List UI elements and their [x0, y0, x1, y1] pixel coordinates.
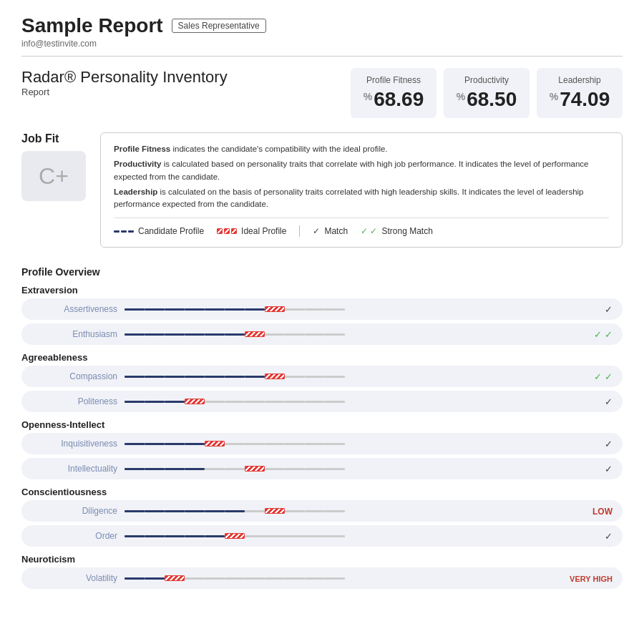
- email-text: info@testinvite.com: [21, 39, 623, 49]
- legend-candidate-label: Candidate Profile: [138, 226, 204, 236]
- gray-dash: [245, 577, 265, 580]
- gray-dash: [305, 333, 325, 336]
- bar-container-2-0: [125, 438, 555, 449]
- candidate-dash: [185, 308, 205, 311]
- candidate-dash: [165, 308, 185, 311]
- gray-dash: [285, 535, 305, 537]
- bar-container-4-0: [125, 572, 555, 584]
- metric-value-2: % 74.09: [548, 88, 611, 111]
- section-label-4: Neuroticism: [21, 554, 623, 565]
- gray-dash: [265, 443, 285, 445]
- gray-dash: [285, 510, 305, 512]
- candidate-dash: [145, 333, 165, 336]
- candidate-dash: [125, 577, 145, 580]
- candidate-dash: [145, 308, 165, 311]
- job-fit-label: Job Fit: [21, 132, 59, 145]
- trait-row-0-0: Assertiveness✓: [21, 298, 623, 320]
- trait-name-2-0: Inquisitiveness: [31, 439, 125, 449]
- trait-row-2-1: Intellectuality✓: [21, 458, 623, 479]
- match-indicator-2-1: ✓: [562, 464, 613, 474]
- ideal-dash: [265, 508, 285, 514]
- gray-dash: [285, 577, 305, 580]
- gray-dash: [305, 308, 325, 311]
- ideal-dash: [245, 466, 265, 472]
- candidate-dash: [145, 510, 165, 512]
- candidate-dash: [125, 468, 145, 470]
- ideal-dash: [225, 533, 245, 539]
- candidate-dash: [185, 510, 205, 512]
- candidate-dash: [165, 443, 185, 445]
- gray-dash: [265, 401, 285, 403]
- legend-match-label: Match: [324, 226, 348, 236]
- trait-name-3-1: Order: [31, 531, 125, 541]
- gray-dash: [305, 401, 325, 403]
- role-badge: Sales Representative: [172, 19, 266, 33]
- section-label-3: Conscientiousness: [21, 487, 623, 497]
- metric-value-1: % 68.50: [455, 88, 518, 111]
- candidate-dash: [185, 333, 205, 336]
- profile-overview-label: Profile Overview: [21, 266, 623, 278]
- candidate-dash: [125, 401, 145, 403]
- trait-row-4-0: VolatilityVERY HIGH: [21, 567, 623, 589]
- metrics-container: Profile Fitness % 68.69 Productivity % 6…: [351, 68, 623, 118]
- info-profile-fitness: Profile Fitness indicates the candidate'…: [114, 143, 609, 155]
- metric-value-0: % 68.69: [362, 88, 425, 111]
- candidate-dash: [165, 376, 185, 378]
- gray-dash: [285, 401, 305, 403]
- candidate-dash: [205, 510, 225, 512]
- legend-ideal-label: Ideal Profile: [241, 226, 286, 236]
- sections-container: ExtraversionAssertiveness✓Enthusiasm✓ ✓A…: [21, 285, 623, 589]
- bar-container-3-1: [125, 530, 555, 542]
- gray-dash: [325, 308, 345, 311]
- ideal-dash: [185, 399, 205, 404]
- inventory-title-text: Radar® Personality Inventory: [21, 68, 351, 87]
- legend: Candidate Profile Ideal Profile ✓ Match …: [114, 218, 609, 237]
- gray-dash: [245, 443, 265, 445]
- candidate-dash: [205, 333, 225, 336]
- candidate-dash: [165, 333, 185, 336]
- gray-dash: [225, 577, 245, 580]
- candidate-dash: [225, 308, 245, 311]
- trait-row-3-1: Order✓: [21, 525, 623, 547]
- candidate-dash: [165, 468, 185, 470]
- gray-dash: [305, 443, 325, 445]
- match-indicator-1-1: ✓: [562, 396, 613, 407]
- inventory-subtitle: Report: [21, 87, 351, 97]
- ideal-dash: [265, 306, 285, 312]
- gray-dash: [225, 401, 245, 403]
- trait-row-1-1: Politeness✓: [21, 391, 623, 412]
- candidate-dash: [205, 376, 225, 378]
- trait-row-3-0: DiligenceLOW: [21, 500, 623, 522]
- trait-name-0-1: Enthusiasm: [31, 329, 125, 339]
- trait-row-0-1: Enthusiasm✓ ✓: [21, 323, 623, 345]
- job-fit-box: Job Fit C+: [21, 132, 86, 259]
- gray-dash: [265, 535, 285, 537]
- candidate-dash: [185, 468, 205, 470]
- ideal-dash: [165, 575, 185, 581]
- candidate-dash: [245, 308, 265, 311]
- candidate-dash: [125, 333, 145, 336]
- candidate-dash: [245, 376, 265, 378]
- gray-dash: [285, 333, 305, 336]
- candidate-dash: [185, 535, 205, 537]
- candidate-dash: [205, 308, 225, 311]
- candidate-dash: [125, 308, 145, 311]
- trait-name-4-0: Volatility: [31, 573, 125, 583]
- gray-dash: [245, 401, 265, 403]
- gray-dash: [245, 510, 265, 512]
- candidate-dash: [225, 510, 245, 512]
- bar-container-0-0: [125, 303, 555, 315]
- match-indicator-0-1: ✓ ✓: [562, 329, 613, 340]
- gray-dash: [285, 443, 305, 445]
- gray-dash: [205, 468, 225, 470]
- candidate-dash: [145, 376, 165, 378]
- candidate-dash: [185, 376, 205, 378]
- ideal-dash: [265, 374, 285, 379]
- gray-dash: [265, 468, 285, 470]
- candidate-dash: [165, 401, 185, 403]
- metric-label-0: Profile Fitness: [362, 75, 425, 85]
- candidate-dash: [145, 468, 165, 470]
- gray-dash: [225, 443, 245, 445]
- gray-dash: [305, 577, 325, 580]
- section-label-1: Agreeableness: [21, 352, 623, 363]
